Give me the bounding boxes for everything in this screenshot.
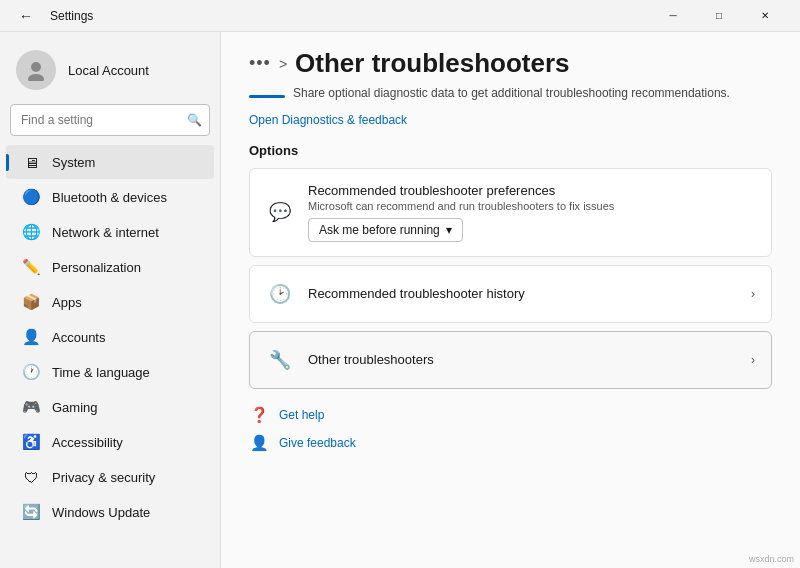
dropdown-preferences[interactable]: Ask me before running ▾ [308,218,463,242]
nav-icon-time: 🕐 [22,363,40,381]
nav-list: 🖥 System 🔵 Bluetooth & devices 🌐 Network… [0,144,220,530]
bottom-link-icon-give-feedback: 👤 [249,433,269,453]
card-icon-other: 🔧 [266,346,294,374]
bottom-link-get-help[interactable]: ❓ Get help [249,405,772,425]
card-title-other: Other troubleshooters [308,352,737,367]
card-icon-history: 🕑 [266,280,294,308]
card-title-history: Recommended troubleshooter history [308,286,737,301]
sidebar-item-update[interactable]: 🔄 Windows Update [6,495,214,529]
card-subtitle-preferences: Microsoft can recommend and run troubles… [308,200,755,212]
window-controls: ─ □ ✕ [650,0,788,32]
nav-icon-bluetooth: 🔵 [22,188,40,206]
card-icon-preferences: 💬 [266,198,294,226]
back-button[interactable]: ← [12,2,40,30]
svg-point-1 [28,74,44,81]
app-body: Local Account 🔍 🖥 System 🔵 Bluetooth & d… [0,32,800,568]
sidebar-item-system[interactable]: 🖥 System [6,145,214,179]
sidebar-item-accessibility[interactable]: ♿ Accessibility [6,425,214,459]
blue-indicator [249,95,285,98]
nav-icon-privacy: 🛡 [22,468,40,486]
diagnostics-link[interactable]: Open Diagnostics & feedback [249,113,407,127]
subtitle-text: Share optional diagnostic data to get ad… [293,85,730,102]
user-section[interactable]: Local Account [0,40,220,104]
page-header: ••• > Other troubleshooters [249,48,772,79]
bottom-link-text-give-feedback: Give feedback [279,436,356,450]
maximize-button[interactable]: □ [696,0,742,32]
watermark: wsxdn.com [749,554,794,564]
cards-list: 💬 Recommended troubleshooter preferences… [249,168,772,389]
card-row-history: 🕑 Recommended troubleshooter history› [250,266,771,322]
nav-label-bluetooth: Bluetooth & devices [52,190,167,205]
nav-icon-system: 🖥 [22,153,40,171]
sidebar-item-apps[interactable]: 📦 Apps [6,285,214,319]
bottom-link-icon-get-help: ❓ [249,405,269,425]
card-content-other: Other troubleshooters [308,352,737,367]
nav-label-time: Time & language [52,365,150,380]
nav-icon-personalization: ✏️ [22,258,40,276]
app-title: Settings [50,9,93,23]
nav-label-apps: Apps [52,295,82,310]
breadcrumb-arrow: > [279,56,287,72]
card-row-preferences: 💬 Recommended troubleshooter preferences… [250,169,771,256]
sidebar-item-time[interactable]: 🕐 Time & language [6,355,214,389]
bottom-links: ❓ Get help 👤 Give feedback [249,405,772,453]
svg-point-0 [31,62,41,72]
nav-label-system: System [52,155,95,170]
sidebar-item-gaming[interactable]: 🎮 Gaming [6,390,214,424]
sidebar-item-privacy[interactable]: 🛡 Privacy & security [6,460,214,494]
card-chevron-other: › [751,353,755,367]
card-content-history: Recommended troubleshooter history [308,286,737,301]
nav-icon-apps: 📦 [22,293,40,311]
nav-label-privacy: Privacy & security [52,470,155,485]
nav-label-gaming: Gaming [52,400,98,415]
search-container: 🔍 [10,104,210,136]
nav-label-accessibility: Accessibility [52,435,123,450]
nav-icon-gaming: 🎮 [22,398,40,416]
user-name: Local Account [68,63,149,78]
card-history[interactable]: 🕑 Recommended troubleshooter history› [249,265,772,323]
sidebar-item-personalization[interactable]: ✏️ Personalization [6,250,214,284]
sidebar: Local Account 🔍 🖥 System 🔵 Bluetooth & d… [0,32,220,568]
minimize-button[interactable]: ─ [650,0,696,32]
nav-icon-update: 🔄 [22,503,40,521]
sidebar-item-accounts[interactable]: 👤 Accounts [6,320,214,354]
bottom-link-text-get-help: Get help [279,408,324,422]
search-icon: 🔍 [187,113,202,127]
nav-icon-network: 🌐 [22,223,40,241]
card-title-preferences: Recommended troubleshooter preferences [308,183,755,198]
avatar [16,50,56,90]
card-chevron-history: › [751,287,755,301]
nav-icon-accounts: 👤 [22,328,40,346]
nav-label-accounts: Accounts [52,330,105,345]
page-title: Other troubleshooters [295,48,569,79]
dropdown-chevron-preferences: ▾ [446,223,452,237]
card-preferences[interactable]: 💬 Recommended troubleshooter preferences… [249,168,772,257]
content-area: ••• > Other troubleshooters Share option… [220,32,800,568]
sidebar-item-network[interactable]: 🌐 Network & internet [6,215,214,249]
breadcrumb-dots: ••• [249,53,271,74]
search-input[interactable] [10,104,210,136]
close-button[interactable]: ✕ [742,0,788,32]
title-bar: ← Settings ─ □ ✕ [0,0,800,32]
nav-label-personalization: Personalization [52,260,141,275]
dropdown-label-preferences: Ask me before running [319,223,440,237]
nav-label-update: Windows Update [52,505,150,520]
nav-icon-accessibility: ♿ [22,433,40,451]
sidebar-item-bluetooth[interactable]: 🔵 Bluetooth & devices [6,180,214,214]
options-label: Options [249,143,772,158]
card-row-other: 🔧 Other troubleshooters› [250,332,771,388]
nav-label-network: Network & internet [52,225,159,240]
bottom-link-give-feedback[interactable]: 👤 Give feedback [249,433,772,453]
card-other[interactable]: 🔧 Other troubleshooters› [249,331,772,389]
card-content-preferences: Recommended troubleshooter preferencesMi… [308,183,755,242]
